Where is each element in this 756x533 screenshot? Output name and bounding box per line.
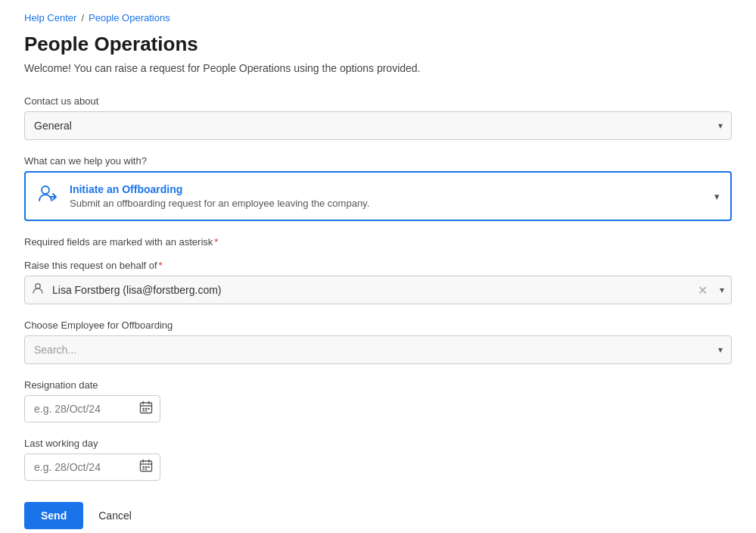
resignation-date-wrapper: [24, 395, 160, 422]
breadcrumb-current: People Operations: [89, 12, 170, 23]
what-help-label: What can we help you with?: [24, 155, 732, 167]
resignation-date-label: Resignation date: [24, 379, 732, 391]
offboarding-card-desc: Submit an offboarding request for an emp…: [70, 198, 718, 209]
last-working-day-group: Last working day: [24, 438, 732, 481]
svg-rect-13: [145, 469, 147, 470]
contact-about-label: Contact us about: [24, 95, 732, 107]
requester-required-icon: *: [159, 260, 163, 271]
cancel-button[interactable]: Cancel: [92, 502, 138, 529]
svg-rect-7: [145, 410, 147, 412]
breadcrumb-separator: /: [81, 12, 84, 23]
page-subtitle: Welcome! You can raise a request for Peo…: [24, 62, 732, 74]
svg-rect-9: [143, 466, 145, 468]
last-working-day-label: Last working day: [24, 438, 732, 449]
breadcrumb-help-center[interactable]: Help Center: [24, 12, 76, 23]
requester-clear-icon[interactable]: ✕: [698, 283, 708, 298]
offboarding-card-title: Initiate an Offboarding: [70, 183, 718, 195]
svg-rect-4: [145, 408, 147, 410]
offboarding-icon: [38, 185, 59, 207]
offboarding-card-chevron-icon: ▾: [714, 191, 720, 202]
svg-rect-3: [143, 408, 145, 410]
button-row: Send Cancel: [24, 502, 732, 529]
svg-rect-10: [145, 466, 147, 468]
contact-about-select-wrapper: General HR Payroll Benefits ▾: [24, 111, 732, 140]
requester-select[interactable]: Lisa Forstberg (lisa@forstberg.com): [24, 276, 732, 304]
resignation-calendar-icon[interactable]: [139, 401, 153, 417]
svg-rect-6: [143, 410, 145, 412]
svg-point-0: [42, 186, 49, 194]
contact-about-group: Contact us about General HR Payroll Bene…: [24, 95, 732, 140]
contact-about-select[interactable]: General HR Payroll Benefits: [24, 111, 732, 140]
required-asterisk: *: [214, 236, 218, 248]
offboarding-card-content: Initiate an Offboarding Submit an offboa…: [70, 183, 718, 209]
svg-rect-12: [143, 469, 145, 470]
requester-group: Raise this request on behalf of* Lisa Fo…: [24, 260, 732, 304]
last-working-day-calendar-icon[interactable]: [139, 459, 153, 475]
employee-label: Choose Employee for Offboarding: [24, 319, 732, 331]
requester-label: Raise this request on behalf of*: [24, 260, 732, 271]
send-button[interactable]: Send: [24, 502, 83, 529]
employee-select[interactable]: Search...: [24, 335, 732, 364]
requester-select-wrapper: Lisa Forstberg (lisa@forstberg.com) ✕ ▾: [24, 276, 732, 304]
page-title: People Operations: [24, 33, 732, 56]
what-help-group: What can we help you with? Initiate an O…: [24, 155, 732, 221]
employee-group: Choose Employee for Offboarding Search..…: [24, 319, 732, 364]
offboarding-option-card[interactable]: Initiate an Offboarding Submit an offboa…: [24, 171, 732, 221]
breadcrumb: Help Center / People Operations: [24, 12, 732, 23]
employee-select-wrapper: Search... ▾: [24, 335, 732, 364]
last-working-day-wrapper: [24, 454, 160, 481]
svg-rect-11: [148, 466, 149, 468]
resignation-date-group: Resignation date: [24, 379, 732, 422]
svg-rect-5: [148, 408, 149, 410]
required-note: Required fields are marked with an aster…: [24, 236, 732, 248]
